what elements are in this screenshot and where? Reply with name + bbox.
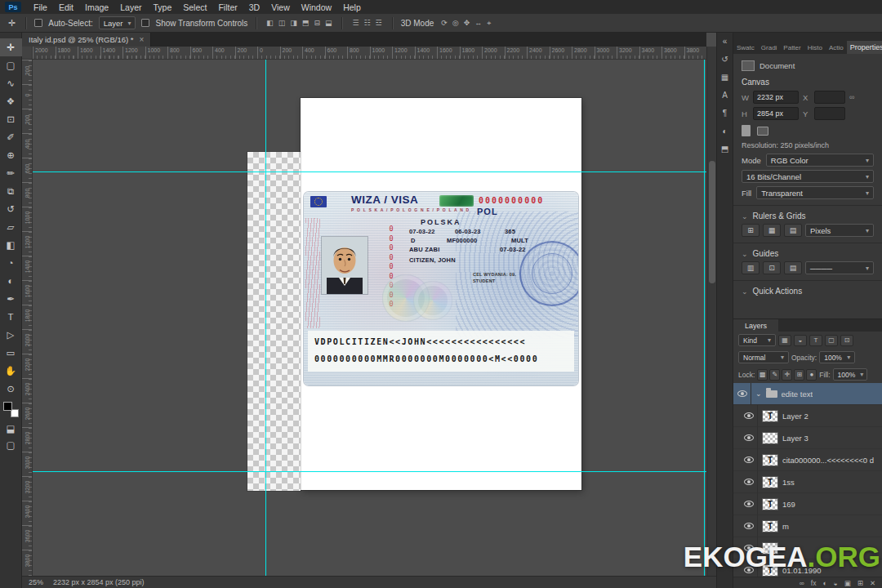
character-panel-icon[interactable]: A (722, 91, 728, 100)
filter-shape-icon[interactable]: ▢ (825, 335, 838, 346)
lock-transparency-icon[interactable]: ▩ (757, 369, 768, 381)
type-tool[interactable]: T (0, 308, 22, 326)
align-left-icon[interactable]: ◧ (265, 19, 275, 27)
layer-thumbnail[interactable]: T (762, 476, 778, 488)
quick-selection-tool[interactable]: ❖ (0, 92, 22, 110)
horizontal-guide[interactable] (33, 471, 706, 472)
layer-mask-icon[interactable]: ◐ (822, 579, 826, 587)
close-tab-icon[interactable]: × (139, 35, 144, 44)
width-input[interactable]: 2232 px (753, 91, 799, 104)
horizontal-ruler[interactable]: 2000180016001400120010008006004002000200… (33, 47, 706, 60)
brush-tool[interactable]: ✏ (0, 164, 22, 182)
toggle-grid-icon[interactable]: ▦ (763, 224, 781, 237)
bit-depth-dropdown[interactable]: 16 Bits/Channel▾ (742, 170, 874, 183)
distribute-spacing-icon[interactable]: ☲ (374, 19, 384, 27)
panel-tab[interactable]: Gradi (758, 41, 781, 54)
lock-pixels-icon[interactable]: ✎ (769, 369, 780, 381)
auto-select-checkbox[interactable] (34, 19, 42, 27)
layer-row[interactable]: T m (733, 515, 882, 537)
pen-tool[interactable]: ✒ (0, 290, 22, 308)
filter-adjustment-icon[interactable]: ◒ (794, 335, 807, 346)
units-dropdown[interactable]: Pixels▾ (805, 224, 874, 237)
vertical-guide[interactable] (265, 60, 266, 576)
clone-stamp-tool[interactable]: ⧉ (0, 182, 22, 200)
document-tab[interactable]: Italy id.psd @ 25% (RGB/16) * × (22, 33, 151, 47)
layer-thumbnail[interactable]: T (762, 410, 778, 422)
chevron-down-icon[interactable]: ⌄ (742, 287, 748, 296)
lock-position-icon[interactable]: ✛ (782, 369, 792, 381)
transparent-region[interactable] (247, 152, 301, 491)
adjustment-layer-icon[interactable]: ◒ (834, 579, 838, 587)
eyedropper-tool[interactable]: ✐ (0, 128, 22, 146)
crop-tool[interactable]: ⊡ (0, 110, 22, 128)
show-transform-checkbox[interactable] (141, 19, 149, 27)
menu-item[interactable]: 3D (243, 2, 265, 13)
align-bottom-icon[interactable]: ⬓ (323, 19, 334, 27)
collapse-dock-icon[interactable]: « (723, 37, 728, 46)
landscape-orientation-icon[interactable] (757, 127, 768, 136)
quick-mask-icon[interactable]: ⬓ (0, 421, 22, 437)
guide-line-style-dropdown[interactable]: ────▾ (805, 261, 874, 274)
link-layers-icon[interactable]: ∞ (800, 579, 804, 587)
menu-item[interactable]: Type (147, 2, 177, 13)
snap-icon[interactable]: ▤ (784, 224, 802, 237)
layer-row[interactable]: Layer 3 (733, 427, 882, 449)
menu-item[interactable]: File (28, 2, 53, 13)
menu-item[interactable]: Help (337, 2, 367, 13)
layer-row[interactable]: T cita000000...<<<<<<<<0 d (733, 449, 882, 471)
3d-scale-icon[interactable]: ⌖ (485, 19, 492, 28)
visibility-eye-icon[interactable] (740, 515, 758, 537)
auto-select-target-dropdown[interactable]: Layer▾ (99, 16, 136, 29)
3d-rotate-icon[interactable]: ⟳ (439, 19, 449, 28)
menu-item[interactable]: Select (177, 2, 212, 13)
layer-filter-kind-dropdown[interactable]: Kind▾ (738, 334, 776, 346)
lasso-tool[interactable]: ∿ (0, 74, 22, 92)
portrait-orientation-icon[interactable] (742, 125, 751, 136)
chevron-down-icon[interactable]: ⌄ (742, 212, 748, 220)
tab-layers[interactable]: Layers (733, 319, 778, 332)
new-layer-icon[interactable]: ⊞ (858, 579, 863, 587)
layer-group-row[interactable]: ⌄ edite text (733, 383, 882, 405)
scrollbar-thumb[interactable] (709, 161, 715, 283)
history-brush-tool[interactable]: ↺ (0, 200, 22, 218)
path-selection-tool[interactable]: ▷ (0, 326, 22, 344)
chevron-down-icon[interactable]: ⌄ (742, 250, 748, 258)
y-input[interactable] (814, 107, 845, 120)
photoshop-logo-icon[interactable]: Ps (5, 2, 21, 12)
vertical-scrollbar[interactable] (706, 47, 716, 576)
align-right-icon[interactable]: ◨ (288, 19, 299, 27)
x-input[interactable] (814, 91, 845, 104)
adjustments-panel-icon[interactable]: ◐ (722, 127, 727, 136)
zoom-tool[interactable]: ⊙ (0, 380, 22, 398)
filter-type-icon[interactable]: T (809, 335, 822, 346)
layer-style-icon[interactable]: fx (811, 579, 817, 587)
layer-row[interactable]: T 169 (733, 493, 882, 515)
healing-brush-tool[interactable]: ⊕ (0, 146, 22, 164)
tab-properties[interactable]: Properties (847, 41, 882, 54)
gradient-tool[interactable]: ◧ (0, 236, 22, 254)
panel-tab[interactable]: Swatc (733, 41, 758, 54)
panel-tab[interactable]: Patter (780, 41, 804, 54)
foreground-color-swatch[interactable] (3, 402, 12, 411)
layer-row[interactable]: T Layer 2 (733, 405, 882, 427)
document-size-info[interactable]: 2232 px x 2854 px (250 ppi) (53, 578, 145, 586)
align-center-h-icon[interactable]: ◫ (277, 19, 287, 27)
shape-tool[interactable]: ▭ (0, 344, 22, 362)
libraries-panel-icon[interactable]: ⬒ (721, 145, 728, 154)
distribute-horizontal-icon[interactable]: ☰ (350, 19, 360, 27)
new-group-icon[interactable]: ▣ (844, 579, 851, 587)
delete-layer-icon[interactable]: ✕ (870, 579, 875, 587)
fill-dropdown[interactable]: 100%▾ (833, 368, 867, 381)
move-tool[interactable]: ✛ (0, 38, 22, 56)
menu-item[interactable]: Filter (212, 2, 243, 13)
layer-thumbnail[interactable]: T (762, 454, 778, 466)
lock-artboard-icon[interactable]: ⊞ (794, 369, 804, 381)
layer-thumbnail[interactable] (762, 432, 778, 444)
menu-item[interactable]: Window (296, 2, 337, 13)
eraser-tool[interactable]: ▱ (0, 218, 22, 236)
panel-tab[interactable]: Histo (804, 41, 826, 54)
align-top-icon[interactable]: ⬒ (301, 19, 311, 27)
screen-mode-icon[interactable]: ▢ (0, 437, 22, 453)
link-dimensions-icon[interactable]: ∞ (849, 93, 854, 101)
hand-tool[interactable]: ✋ (0, 362, 22, 380)
